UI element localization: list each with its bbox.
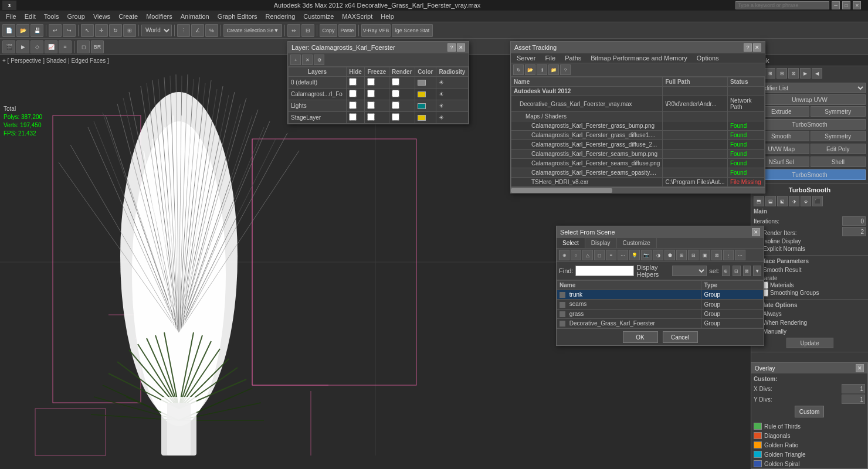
copy-btn[interactable]: Copy (320, 24, 337, 37)
table-row[interactable]: TSHero_HDRI_v8.exr C:\Program Files\Aut.… (511, 178, 765, 187)
snap-btn[interactable]: ⋮ (177, 24, 190, 37)
asset-dialog-close[interactable]: ✕ (753, 43, 761, 52)
rp-icon-4[interactable]: ⊠ (788, 68, 799, 79)
table-row[interactable]: Calamagrost...rl_Fo ☀ (289, 89, 469, 100)
table-row[interactable]: Autodesk Vault 2012 (511, 87, 765, 96)
menu-help[interactable]: Help (377, 12, 398, 21)
layer-color-1[interactable] (415, 89, 436, 100)
layer-dialog-close[interactable]: ✕ (457, 43, 465, 52)
rp-icon-6[interactable]: ◀ (812, 68, 822, 79)
vray-vfb-btn[interactable]: V-Ray VFB (361, 24, 391, 37)
update-button[interactable]: Update (786, 338, 833, 348)
br-btn[interactable]: BR (91, 40, 104, 53)
scene-tab-customize[interactable]: Customize (617, 238, 657, 248)
ige-scene-btn[interactable]: ige Scene Stat (392, 24, 433, 37)
scene-icon-2[interactable]: ○ (571, 250, 581, 260)
table-row[interactable]: Calamagrostis_Karl_Foerster_grass_bump.p… (511, 121, 765, 131)
modifier-unwrap-uvw[interactable]: Unwrap UVW (754, 94, 866, 105)
hide-check-1[interactable] (349, 90, 357, 97)
asset-open-btn[interactable]: 📂 (525, 64, 535, 75)
ts-icon-1[interactable]: ⬒ (754, 196, 764, 206)
overlay-rule-thirds[interactable]: Rule of Thirds (751, 422, 867, 431)
scene-set-btn2[interactable]: ⊟ (733, 266, 741, 276)
asset-scrollbar[interactable] (511, 187, 765, 193)
modifier-shell[interactable]: Shell (811, 157, 866, 167)
freeze-check-3[interactable] (367, 113, 375, 121)
scene-icon-11[interactable]: ⊞ (676, 250, 687, 260)
overlay-custom-btn[interactable]: Custom (795, 406, 824, 417)
asset-refresh-btn[interactable]: ↻ (513, 64, 524, 75)
layer-delete-btn[interactable]: ✕ (302, 55, 313, 65)
display-helpers-select[interactable] (672, 266, 707, 276)
asset-help-btn[interactable]: ? (560, 64, 571, 75)
table-row[interactable]: Calamagrostis_Karl_Foerster_seams_diffus… (511, 159, 765, 168)
asset-menu-server[interactable]: Server (514, 55, 538, 62)
percent-btn[interactable]: % (205, 24, 218, 37)
menu-create[interactable]: Create (115, 12, 141, 21)
layer-color-3[interactable] (415, 112, 436, 124)
scene-tab-display[interactable]: Display (585, 238, 617, 248)
find-input[interactable] (575, 266, 634, 276)
menu-edit[interactable]: Edit (21, 12, 39, 21)
curve-editor-btn[interactable]: 📈 (45, 40, 57, 53)
render-check-1[interactable] (392, 90, 399, 97)
layer-color-2[interactable] (415, 100, 436, 112)
scene-tab-select[interactable]: Select (557, 238, 585, 248)
ts-icon-3[interactable]: ⬕ (777, 196, 788, 206)
render-iters-input[interactable] (842, 227, 866, 236)
overlay-golden-spiral[interactable]: Golden Spiral (751, 459, 867, 468)
menu-customize[interactable]: Customize (300, 12, 337, 21)
scene-icon-5[interactable]: ≡ (606, 250, 616, 260)
scene-icon-10[interactable]: ⬟ (664, 250, 675, 260)
scene-icon-16[interactable]: ⋯ (735, 250, 745, 260)
angle-btn[interactable]: ∠ (191, 24, 204, 37)
scene-icon-9[interactable]: ◑ (653, 250, 663, 260)
table-row[interactable]: seams Group (557, 300, 764, 309)
scene-icon-1[interactable]: ⊕ (559, 250, 569, 260)
search-input[interactable] (735, 1, 829, 9)
scene-icon-6[interactable]: ⋯ (618, 250, 628, 260)
move-btn[interactable]: ✛ (95, 24, 108, 37)
overlay-close-btn[interactable]: ✕ (856, 364, 864, 372)
hide-check-3[interactable] (349, 113, 357, 121)
menu-maxscript[interactable]: MAXScript (338, 12, 376, 21)
layer-dialog-help[interactable]: ? (447, 43, 456, 52)
overlay-golden-ratio[interactable]: Golden Ratio (751, 440, 867, 450)
layer-color-0[interactable] (415, 77, 436, 89)
scene-icon-7[interactable]: 💡 (629, 250, 640, 260)
scene-icon-14[interactable]: ⊠ (711, 250, 722, 260)
scene-icon-8[interactable]: 📷 (641, 250, 652, 260)
material-editor-btn[interactable]: ◇ (30, 40, 43, 53)
table-row[interactable]: Calamagrostis_Karl_Foerster_seams_bump.p… (511, 149, 765, 159)
asset-dialog-titlebar[interactable]: Asset Tracking ? ✕ (511, 42, 765, 53)
hide-check-0[interactable] (349, 78, 357, 86)
scene-dialog-close[interactable]: ✕ (752, 228, 760, 236)
modifier-edit-poly[interactable]: Edit Poly (811, 144, 866, 154)
render-btn[interactable]: ▶ (16, 40, 29, 53)
layers-btn[interactable]: ≡ (59, 40, 72, 53)
table-row[interactable]: Maps / Shaders (511, 112, 765, 121)
overlay-diagonals[interactable]: Diagonals (751, 431, 867, 440)
ts-icon-5[interactable]: ⬙ (801, 196, 811, 206)
close-button[interactable]: ✕ (853, 1, 861, 9)
asset-menu-file[interactable]: File (542, 55, 558, 62)
rotate-btn[interactable]: ↻ (109, 24, 122, 37)
asset-menu-bitmap[interactable]: Bitmap Performance and Memory (588, 55, 689, 62)
scene-icon-4[interactable]: ◻ (594, 250, 605, 260)
menu-graph-editors[interactable]: Graph Editors (214, 12, 261, 21)
table-row[interactable]: StageLayer ☀ (289, 112, 469, 124)
new-btn[interactable]: 📄 (2, 24, 15, 37)
layer-dialog-titlebar[interactable]: Layer: Calamagrostis_Karl_Foerster ? ✕ (288, 42, 469, 53)
overlay-xdivs-input[interactable] (842, 384, 865, 393)
redo-btn[interactable]: ↪ (63, 24, 76, 37)
open-btn[interactable]: 📂 (16, 24, 29, 37)
table-row[interactable]: Calamagrostis_Karl_Foerster_seams_opasit… (511, 168, 765, 178)
menu-tools[interactable]: Tools (40, 12, 63, 21)
minimize-button[interactable]: ─ (832, 1, 840, 9)
scene-icon-15[interactable]: ⋮ (723, 250, 734, 260)
scene-icon-3[interactable]: △ (582, 250, 593, 260)
paste-btn[interactable]: Paste (338, 24, 356, 37)
undo-btn[interactable]: ↩ (49, 24, 62, 37)
table-row[interactable]: grass Group (557, 309, 764, 318)
overlay-golden-triangle[interactable]: Golden Triangle (751, 450, 867, 459)
